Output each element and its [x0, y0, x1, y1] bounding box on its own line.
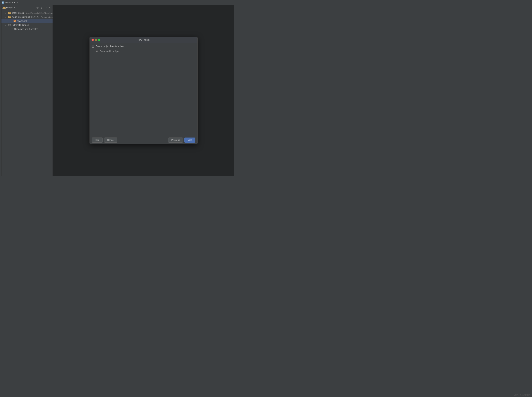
sidebar-strip-tab[interactable]: Project — [0, 7, 9, 10]
sidebar-strip: Project — [0, 5, 1, 176]
create-from-template-checkbox[interactable] — [92, 45, 94, 48]
svg-rect-2 — [2, 3, 3, 3]
scratches-icon — [11, 28, 13, 31]
project-header: Project ▾ — [1, 5, 53, 10]
app-title: detailImpExp — [5, 1, 18, 4]
dialog-traffic-lights — [92, 39, 100, 41]
project-chevron[interactable]: ▾ — [14, 6, 15, 9]
tree-item-e9app-iml[interactable]: iml e9App.iml — [1, 19, 53, 23]
tree-arrow: ▸ — [6, 24, 8, 26]
expand-icon[interactable] — [44, 6, 47, 9]
svg-rect-0 — [2, 1, 4, 4]
svg-text:iml: iml — [14, 20, 16, 22]
tree-label: Scratches and Consoles — [14, 28, 38, 30]
svg-text:>_: >_ — [96, 51, 97, 52]
tree-label: External Libraries — [12, 24, 29, 26]
template-label: Command Line App — [100, 50, 119, 53]
project-header-actions — [36, 6, 51, 9]
dialog-bottom-section — [90, 125, 197, 136]
dialog-body: Create project from template >_ Command … — [90, 43, 197, 125]
tree-label: wageImpExp202004251122 — [12, 16, 39, 18]
folder-icon — [8, 12, 11, 14]
new-project-dialog: New Project Create project from template — [90, 37, 197, 144]
app-icon — [1, 1, 4, 4]
tree-label: e9App.iml — [17, 20, 27, 22]
xml-icon: iml — [13, 20, 16, 23]
tree-path: ~/work/project/e9App/detailImp... — [25, 12, 53, 14]
project-panel: Project ▾ — [1, 5, 53, 176]
svg-rect-1 — [2, 2, 3, 3]
dialog-footer: Help Cancel Previous Next — [90, 136, 197, 144]
tree-arrow: ▸ — [6, 12, 8, 14]
svg-rect-12 — [8, 12, 9, 13]
create-from-template-label: Create project from template — [96, 45, 123, 48]
help-button[interactable]: Help — [92, 137, 103, 143]
cancel-button[interactable]: Cancel — [104, 137, 117, 143]
folder-icon — [8, 16, 11, 19]
external-libs-icon — [8, 24, 11, 26]
dialog-close-button[interactable] — [92, 39, 94, 41]
main-layout: Project Project ▾ — [0, 5, 234, 176]
tree-path: ~/work/project/v... — [40, 16, 53, 18]
svg-point-5 — [37, 7, 38, 8]
panel-close-icon[interactable] — [48, 6, 51, 9]
tree-arrow: ▸ — [6, 16, 8, 18]
next-button[interactable]: Next — [184, 137, 195, 143]
tree-label: detailImpExp — [12, 12, 24, 14]
modal-overlay: New Project Create project from template — [53, 5, 234, 176]
dialog-title: New Project — [138, 39, 150, 41]
dialog-maximize-button[interactable] — [98, 39, 100, 41]
svg-rect-17 — [8, 24, 11, 26]
dialog-content-area — [92, 53, 195, 123]
tree-item-external-libs[interactable]: ▸ External Libraries — [1, 23, 53, 27]
tree-item-wageimpexp[interactable]: ▸ wageImpExp202004251122 ~/work/project/… — [1, 15, 53, 19]
tree-item-detailimpexp[interactable]: ▸ detailImpExp ~/work/project/e9App/deta… — [1, 11, 53, 15]
main-content: New Project Create project from template — [53, 5, 234, 176]
create-from-template-row: Create project from template — [92, 45, 195, 48]
dialog-titlebar: New Project — [90, 37, 197, 43]
dialog-minimize-button[interactable] — [95, 39, 97, 41]
command-line-icon: >_ — [96, 50, 98, 53]
svg-rect-14 — [8, 16, 9, 17]
title-bar: detailImpExp — [0, 0, 234, 5]
settings-icon[interactable] — [36, 6, 39, 9]
tree-container: ▸ detailImpExp ~/work/project/e9App/deta… — [1, 10, 53, 176]
command-line-app-item[interactable]: >_ Command Line App — [92, 50, 195, 53]
tree-item-scratches[interactable]: Scratches and Consoles — [1, 27, 53, 31]
previous-button[interactable]: Previous — [168, 137, 183, 143]
filter-icon[interactable] — [40, 6, 43, 9]
